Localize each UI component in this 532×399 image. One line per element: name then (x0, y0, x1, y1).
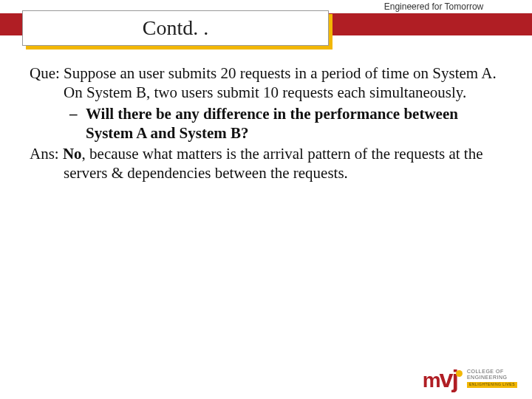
answer-no: No (63, 145, 82, 163)
answer-block: Ans: No, because what matters is the arr… (30, 144, 502, 183)
header-tagline: Engineered for Tomorrow (335, 0, 532, 13)
question-label: Que: (30, 64, 60, 82)
slide-content: Que: Suppose an user submits 20 requests… (30, 64, 502, 183)
question-bullet: – Will there be any difference in the pe… (30, 104, 502, 143)
logo-text: COLLEGE OF ENGINEERING ENLIGHTENING LIVE… (467, 369, 517, 388)
answer-text: , because what matters is the arrival pa… (64, 145, 482, 182)
page-title: Contd. . (143, 16, 208, 40)
bullet-dash-icon: – (69, 104, 78, 123)
logo-dot-icon (456, 370, 463, 377)
title-tab: Contd. . (22, 10, 329, 46)
answer-label: Ans: (30, 145, 59, 163)
logo-line2: ENGINEERING (467, 375, 508, 380)
bullet-text: Will there be any difference in the perf… (86, 105, 458, 142)
logo-letter-m: m (423, 369, 440, 392)
footer-logo: mvj COLLEGE OF ENGINEERING ENLIGHTENING … (423, 369, 517, 389)
logo-letters-vj: vj (440, 364, 457, 392)
logo-mark: mvj (423, 369, 463, 389)
logo-line1: COLLEGE OF (467, 369, 504, 374)
logo-subtitle: ENLIGHTENING LIVES (467, 382, 517, 388)
question-block: Que: Suppose an user submits 20 requests… (30, 64, 502, 103)
question-text: Suppose an user submits 20 requests in a… (64, 64, 497, 101)
